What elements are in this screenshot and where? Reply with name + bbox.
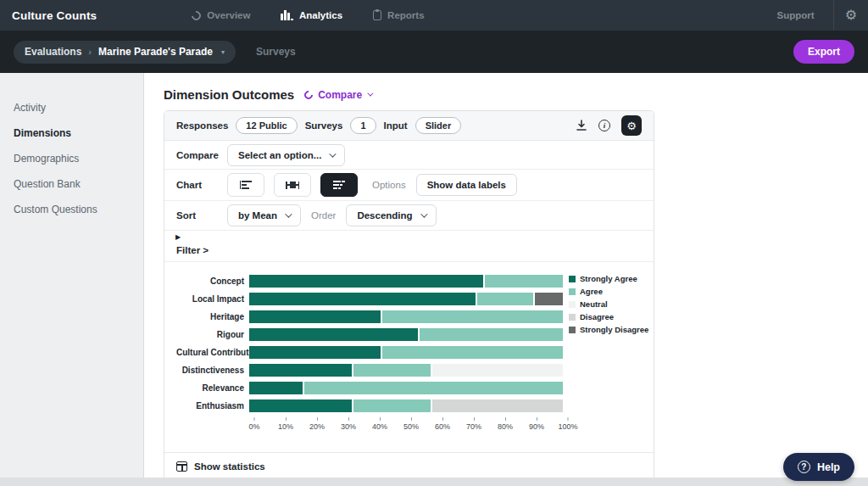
horizontal-bars-icon [240, 181, 252, 190]
surveys-count-pill[interactable]: 1 [350, 117, 376, 134]
bar-segment-agree[interactable] [477, 293, 533, 305]
sidebar-item-question-bank[interactable]: Question Bank [0, 171, 143, 197]
category-label: Rigour [176, 330, 249, 339]
bar-segment-strongly-agree[interactable] [249, 399, 352, 412]
filter-toggle[interactable]: Filter > [176, 245, 209, 255]
legend-label: Disagree [580, 312, 614, 321]
category-label: Distinctiveness [176, 366, 249, 375]
sort-row-label: Sort [176, 210, 227, 221]
responses-count-pill[interactable]: 12 Public [236, 117, 297, 134]
bar-segment-strongly-agree[interactable] [249, 364, 352, 377]
chevron-down-icon [285, 210, 292, 217]
help-button[interactable]: ? Help [783, 453, 854, 481]
chart-legend: Strongly AgreeAgreeNeutralDisagreeStrong… [569, 274, 647, 338]
box-plot-icon [286, 182, 299, 189]
nav-tab-label: Reports [387, 10, 424, 20]
question-mark-icon: ? [798, 461, 810, 473]
category-label: Concept [176, 277, 249, 286]
sub-navbar: Evaluations › Marine Parade's Parade ▾ S… [0, 31, 868, 73]
legend-item: Disagree [569, 312, 647, 321]
main-pane: Dimension Outcomes Compare Responses 12 … [144, 73, 868, 486]
surveys-nav-link[interactable]: Surveys [256, 46, 296, 58]
panel-header-row: Responses 12 Public Surveys 1 Input Slid… [164, 111, 654, 141]
sidebar-item-activity[interactable]: Activity [0, 95, 143, 120]
table-icon [176, 461, 187, 472]
bar-segment-agree[interactable] [382, 310, 563, 323]
compare-toggle-link[interactable]: Compare [304, 89, 371, 101]
analytics-icon [281, 10, 293, 20]
chart-row: Relevance [176, 382, 654, 394]
sort-select[interactable]: by Mean [227, 204, 301, 226]
input-label: Input [384, 120, 408, 131]
chart-type-bar-button[interactable] [227, 173, 264, 197]
chevron-down-icon [368, 91, 374, 97]
nav-tab-analytics[interactable]: Analytics [281, 10, 342, 20]
support-link[interactable]: Support [777, 10, 833, 20]
compare-row: Compare Select an option... [164, 141, 654, 170]
breadcrumb-caret-icon[interactable]: ▾ [221, 48, 225, 56]
order-label: Order [311, 210, 336, 221]
category-label: Local Impact [176, 294, 249, 304]
bar-segment-strongly-agree[interactable] [249, 310, 381, 323]
x-axis-tick: 50% [403, 417, 419, 431]
bar-segment-strongly-agree[interactable] [249, 275, 483, 288]
chart-type-boxplot-button[interactable] [274, 173, 311, 197]
bar-segment-strongly-agree[interactable] [249, 382, 303, 394]
chevron-down-icon [420, 210, 427, 217]
download-icon[interactable] [576, 120, 587, 131]
bar-segment-agree[interactable] [304, 382, 563, 394]
nav-tab-reports[interactable]: Reports [373, 10, 424, 20]
sidebar-item-custom-questions[interactable]: Custom Questions [0, 197, 143, 222]
bar-segment-strongly-agree[interactable] [249, 293, 476, 305]
surveys-label: Surveys [305, 120, 343, 131]
show-statistics-toggle[interactable]: Show statistics [164, 453, 654, 480]
input-type-pill[interactable]: Slider [415, 117, 462, 134]
bar-track [249, 346, 563, 359]
bar-segment-agree[interactable] [382, 346, 563, 359]
breadcrumb[interactable]: Evaluations › Marine Parade's Parade ▾ [14, 41, 236, 64]
legend-swatch-icon [569, 327, 576, 333]
brand-logo[interactable]: Culture Counts [0, 9, 97, 22]
bar-segment-strongly-disagree[interactable] [535, 293, 563, 305]
bar-segment-neutral[interactable] [432, 364, 563, 377]
top-navbar: Culture Counts Overview Analytics Report… [0, 0, 868, 31]
nav-tab-overview[interactable]: Overview [192, 10, 250, 20]
bar-segment-agree[interactable] [353, 399, 431, 412]
nav-tab-label: Overview [207, 10, 250, 20]
x-axis-tick: 60% [435, 417, 450, 431]
category-label: Relevance [176, 383, 249, 393]
x-axis: 0%10%20%30%40%50%60%70%80%90%100% [254, 417, 568, 438]
bar-segment-agree[interactable] [485, 275, 563, 288]
bar-segment-disagree[interactable] [432, 399, 563, 412]
bar-track [249, 275, 563, 288]
breadcrumb-root[interactable]: Evaluations [25, 46, 81, 58]
settings-gear-icon[interactable]: ⚙ [834, 0, 868, 31]
chart-row: Distinctiveness [176, 364, 654, 377]
info-icon[interactable]: i [598, 120, 610, 131]
bar-segment-agree[interactable] [353, 364, 431, 377]
legend-item: Neutral [569, 299, 647, 309]
breadcrumb-current[interactable]: Marine Parade's Parade [98, 46, 213, 58]
page-title: Dimension Outcomes [164, 87, 294, 102]
panel-settings-gear-icon[interactable]: ⚙ [621, 115, 642, 136]
expander-triangle-icon[interactable]: ▶ [175, 233, 181, 241]
x-axis-tick: 70% [466, 417, 481, 431]
options-label: Options [372, 180, 406, 190]
chevron-down-icon [330, 150, 337, 157]
sidebar-item-dimensions[interactable]: Dimensions [0, 120, 143, 146]
show-data-labels-button[interactable]: Show data labels [416, 174, 517, 196]
compare-select[interactable]: Select an option... [227, 144, 345, 166]
sidebar-item-demographics[interactable]: Demographics [0, 146, 143, 171]
export-button[interactable]: Export [793, 40, 854, 64]
compare-icon [303, 88, 314, 100]
order-select[interactable]: Descending [346, 204, 436, 226]
x-axis-tick: 40% [372, 417, 387, 431]
category-label: Enthusiasm [176, 401, 249, 411]
bar-segment-strongly-agree[interactable] [249, 328, 418, 341]
legend-label: Neutral [580, 299, 608, 309]
bar-segment-agree[interactable] [420, 328, 563, 341]
bar-track [249, 328, 563, 341]
bar-segment-strongly-agree[interactable] [249, 346, 381, 359]
chart-type-stacked-button[interactable] [320, 173, 358, 197]
page-header: Dimension Outcomes Compare [164, 87, 371, 102]
